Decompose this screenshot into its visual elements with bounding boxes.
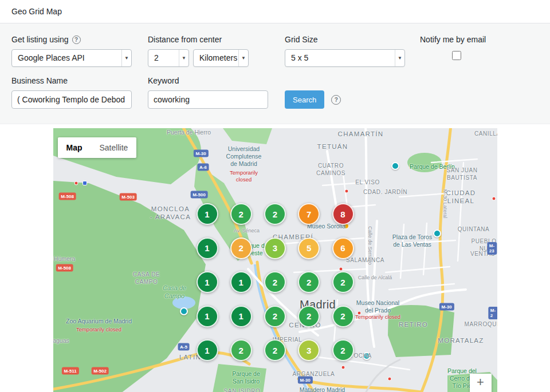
map-label: CIUDAD LINEAL — [443, 189, 479, 205]
map-label: Casa de Campo — [163, 284, 186, 300]
notify-email-checkbox[interactable] — [452, 51, 461, 60]
grid-marker[interactable]: 5 — [298, 237, 320, 259]
map-label: Museo Nacional del Prado — [356, 299, 399, 314]
grid-marker[interactable]: 1 — [197, 203, 218, 225]
grid-marker[interactable]: 2 — [298, 306, 320, 327]
map-label: RETIRO — [399, 320, 428, 328]
grid-marker[interactable]: 1 — [197, 271, 218, 293]
map-label: CANILLAS — [474, 130, 497, 138]
search-help-icon[interactable]: ? — [331, 95, 341, 105]
grid-marker[interactable]: 6 — [332, 237, 354, 259]
business-name-input[interactable] — [11, 90, 132, 109]
road-badge: M-500 — [190, 191, 208, 199]
map-label: Parque de San Isidro — [232, 370, 260, 385]
grid-marker[interactable]: 2 — [332, 339, 354, 361]
map-label: CASA DE CAMPO — [133, 271, 160, 286]
grid-marker[interactable]: 1 — [197, 339, 218, 361]
grid-marker[interactable]: 2 — [230, 203, 252, 225]
zoom-in-button[interactable]: + — [470, 374, 492, 392]
grid-size-select[interactable]: 5 x 5 ▼ — [285, 49, 405, 67]
poi-red-icon — [341, 366, 345, 370]
map-label: Plaza de Toros de Las Ventas — [392, 233, 432, 248]
road-badge: M-30 — [439, 303, 454, 311]
chevron-down-icon: ▼ — [179, 50, 188, 66]
poi-red-icon — [74, 181, 78, 185]
map-label: VENTAS — [470, 251, 495, 258]
grid-marker[interactable]: 2 — [298, 271, 320, 293]
transit-icon — [180, 307, 188, 315]
map-canvas[interactable]: Puerta de HierroCHAMARTÍNCANILLASTETUÁNU… — [53, 128, 497, 392]
grid-marker[interactable]: 2 — [332, 271, 354, 293]
transit-icon — [433, 229, 441, 237]
map-label: TETUÁN — [317, 142, 348, 151]
poi-red-icon — [492, 197, 496, 201]
poi-red-icon — [387, 377, 391, 381]
transit-icon — [391, 162, 399, 170]
grid-marker[interactable]: 2 — [230, 237, 252, 259]
grid-marker[interactable]: 1 — [197, 237, 218, 259]
map-label: MORATALAZ — [438, 336, 484, 345]
map-label: SAN ISIDRO — [224, 388, 261, 392]
map-label: CDAD. JARDÍN — [363, 189, 407, 196]
grid-marker[interactable]: 1 — [230, 271, 252, 293]
map-label: Calle de Alcalá — [358, 275, 392, 281]
distance-group: Distance from center 2 ▼ Kilometers ▼ — [148, 35, 285, 67]
grid-marker[interactable]: 3 — [264, 237, 286, 259]
grid-marker[interactable]: 1 — [230, 306, 252, 327]
search-group: Search ? — [285, 76, 420, 109]
grid-marker[interactable]: 1 — [197, 306, 218, 327]
road-badge: M-30 — [297, 377, 312, 384]
map-wrapper: Puerta de HierroCHAMARTÍNCANILLASTETUÁNU… — [0, 124, 550, 392]
get-listing-group: Get listing using ? Google Places API ▼ — [11, 35, 148, 67]
search-button[interactable]: Search — [285, 90, 324, 109]
map-label: CUATRO CAMINOS — [316, 163, 345, 177]
transit-icon — [363, 352, 371, 360]
distance-unit-select[interactable]: Kilometers ▼ — [193, 49, 249, 67]
road-badge: M-23 — [487, 242, 497, 255]
map-label: PUEBLO NU — [471, 238, 496, 252]
tab-satellite[interactable]: Satellite — [91, 137, 137, 158]
keyword-label: Keyword — [148, 76, 271, 85]
map-label: Zoo Aquarium de Madrid — [66, 318, 132, 325]
notify-label: Notify me by email — [420, 35, 525, 44]
search-label-spacer — [285, 76, 406, 85]
map-label: SALAMANCA — [346, 257, 384, 264]
road-badge: M-503 — [119, 193, 137, 201]
page-title: Geo Grid Map — [11, 7, 62, 16]
map-label: SAN JUAN BAUTISTA — [446, 167, 477, 181]
road-badge: M-508 — [58, 193, 76, 200]
grid-marker[interactable]: 2 — [332, 306, 354, 327]
map-label: Matadero Madrid — [300, 386, 345, 392]
distance-label: Distance from center — [148, 35, 271, 44]
road-badge: A-5 — [178, 343, 190, 351]
map-label: MARROQUI — [465, 321, 497, 328]
grid-marker[interactable]: 2 — [264, 271, 286, 293]
search-form: Get listing using ? Google Places API ▼ … — [0, 23, 550, 124]
grid-marker[interactable]: 3 — [298, 339, 320, 361]
road-badge: M-511 — [61, 367, 78, 375]
map-label: Temporarily closed — [355, 314, 400, 320]
distance-value-select[interactable]: 2 ▼ — [148, 49, 189, 67]
keyword-input[interactable] — [148, 90, 268, 109]
map-label: EL VISO — [355, 179, 380, 187]
grid-marker[interactable]: 2 — [264, 339, 286, 361]
map-label: aguas — [53, 337, 69, 345]
grid-size-group: Grid Size 5 x 5 ▼ — [285, 35, 420, 67]
tab-map[interactable]: Map — [58, 137, 91, 158]
get-listing-select[interactable]: Google Places API ▼ — [11, 49, 132, 67]
map-label: ARGANZUELA — [293, 371, 335, 378]
business-name-group: Business Name — [11, 76, 148, 109]
grid-marker[interactable]: 2 — [264, 203, 286, 225]
map-label: MONCLOA - ARAVACA — [150, 205, 191, 221]
grid-marker[interactable]: 2 — [264, 306, 286, 327]
metro-icon — [82, 181, 87, 185]
help-icon[interactable]: ? — [72, 35, 81, 44]
page-header: Geo Grid Map — [0, 0, 550, 23]
road-badge: M-502 — [91, 367, 109, 375]
grid-marker[interactable]: 7 — [298, 203, 320, 225]
map-label: Universidad Complutense de Madrid — [226, 145, 262, 168]
get-listing-label: Get listing using ? — [11, 35, 134, 44]
grid-marker[interactable]: 2 — [230, 339, 252, 361]
grid-marker[interactable]: 8 — [332, 203, 354, 225]
map-label: Húmera — [54, 255, 75, 263]
